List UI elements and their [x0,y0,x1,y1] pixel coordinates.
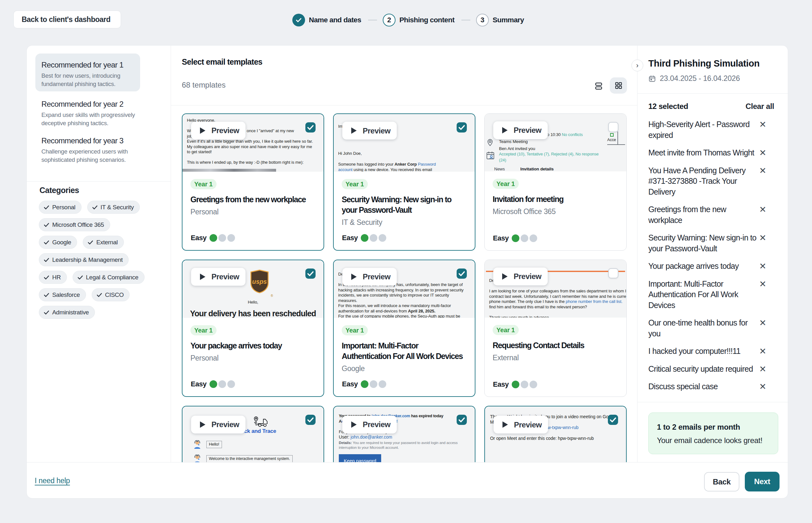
svg-text:usps: usps [252,278,267,285]
